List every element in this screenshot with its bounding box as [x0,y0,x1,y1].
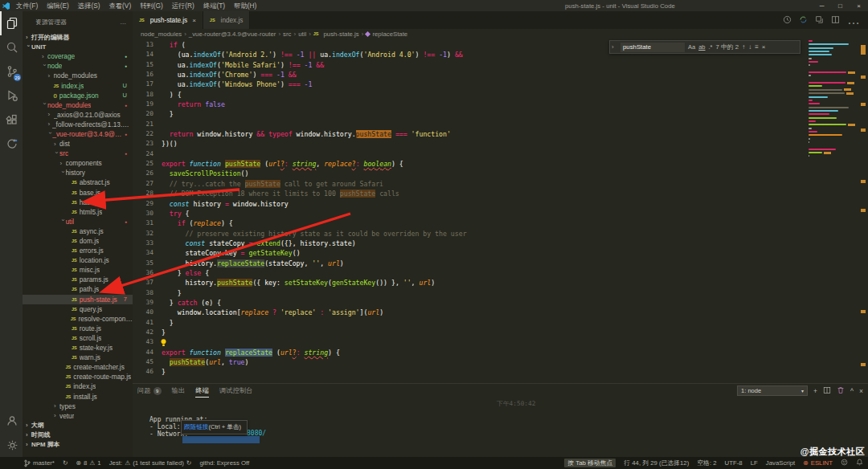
tree-item-_vue-router@3.4.9@vue-ro...[interactable]: ›_vue-router@3.4.9@vue-ro...● [23,129,133,139]
tree-item-base.js[interactable]: JSbase.js [23,188,133,198]
eol-setting[interactable]: LF [751,459,758,467]
tree-item-push-state.js[interactable]: JSpush-state.js7 [23,295,133,304]
tab-push-state.js[interactable]: JSpush-state.js× [133,11,203,29]
tree-item-types[interactable]: ›types [23,402,133,411]
tree-item-_follow-redirects@1.13.0@follow...[interactable]: ›_follow-redirects@1.13.0@follow... [23,120,133,129]
tree-item-install.js[interactable]: JSinstall.js [23,391,133,401]
tree-item-query.js[interactable]: JSquery.js [23,304,133,314]
tree-item-route.js[interactable]: JSroute.js [23,324,133,333]
code-editor[interactable]: 13 if (14 (ua.indexOf('Android 2.') !== … [133,39,868,383]
timeline-history-icon[interactable] [783,13,792,27]
tree-item-dom.js[interactable]: JSdom.js [23,236,133,246]
menu-item[interactable]: 转到(G) [140,2,163,10]
breadcrumb-item[interactable]: replaceState [372,31,407,38]
sync-changes-icon[interactable]: ↻ [63,459,68,467]
tree-item-errors.js[interactable]: JSerrors.js [23,246,133,255]
panel-tab-问题[interactable]: 问题9 [137,384,162,398]
find-next-icon[interactable]: ↓ [748,43,751,51]
notifications-bell-icon[interactable] [856,459,863,467]
tab-focus-mode[interactable]: 按 Tab 移动焦点 [564,459,616,467]
menu-item[interactable]: 运行(R) [172,2,194,10]
maximize-panel-icon[interactable]: ^ [850,387,854,395]
menu-item[interactable]: 选择(S) [78,2,100,10]
tree-item-node_modules[interactable]: ›node_modules● [23,100,133,110]
tree-item-misc.js[interactable]: JSmisc.js [23,265,133,275]
menu-item[interactable]: 编辑(E) [47,2,69,10]
panel-tab-调试控制台[interactable]: 调试控制台 [219,384,252,398]
sidebar-section-大纲[interactable]: ›大纲 [23,421,133,430]
split-editor-icon[interactable] [831,13,840,27]
find-toggle-icon[interactable]: › [612,44,617,50]
open-editors-section[interactable]: › 打开的编辑器 [23,32,133,42]
tree-item-index.js[interactable]: JSindex.js [23,381,133,391]
tree-item-create-route-map.js[interactable]: JScreate-route-map.js [23,372,133,381]
tree-item-_axios@0.21.0@axios[interactable]: ›_axios@0.21.0@axios [23,110,133,120]
search-icon[interactable] [0,35,23,59]
git-branch-indicator[interactable]: master* [24,459,55,467]
close-panel-icon[interactable]: × [859,387,863,395]
find-close-icon[interactable]: × [762,43,766,51]
source-control-icon[interactable]: 29 [0,59,23,84]
githd-status[interactable]: githd: Express Off [199,459,249,467]
menu-item[interactable]: 查看(V) [109,2,132,10]
cursor-position[interactable]: 行 44, 列 29 (已选择12) [624,459,689,467]
tree-item-params.js[interactable]: JSparams.js [23,275,133,284]
run-debug-icon[interactable] [0,84,23,108]
account-icon[interactable] [0,409,23,433]
sidebar-more-actions-icon[interactable]: … [120,18,126,26]
minimap[interactable] [809,40,855,159]
tree-item-util[interactable]: ›util● [23,217,133,226]
new-terminal-icon[interactable]: + [813,387,817,395]
encoding-setting[interactable]: UTF-8 [725,459,743,467]
breadcrumb-item[interactable]: push-state.js [324,31,359,38]
tree-item-state-key.js[interactable]: JSstate-key.js [23,343,133,353]
overview-ruler[interactable] [858,39,868,383]
breadcrumb[interactable]: node_modules›_vue-router@3.4.9@vue-route… [133,29,868,39]
tree-item-index.js[interactable]: JSindex.jsU [23,80,133,90]
tree-item-components[interactable]: ›components [23,158,133,168]
match-case-icon[interactable]: Aa [688,43,695,51]
breadcrumb-item[interactable]: node_modules [141,31,182,38]
tree-item-abstract.js[interactable]: JSabstract.js [23,177,133,187]
tree-item-path.js[interactable]: JSpath.js [23,284,133,294]
jest-status[interactable]: Jest: ⚠ (1 test suite failed) ↻ [109,459,192,467]
eslint-status[interactable]: ⊗ ESLINT [803,459,833,467]
language-mode[interactable]: JavaScript [766,459,795,467]
feedback-smiley-icon[interactable] [841,459,848,467]
find-previous-icon[interactable]: ↑ [742,43,745,51]
follow-link-label[interactable]: 跟随链接 [184,423,208,431]
find-input[interactable]: pushState [620,43,685,52]
sync-status-icon[interactable] [799,13,808,27]
tree-item-vetur[interactable]: ›vetur [23,411,133,421]
whole-word-icon[interactable]: ab [698,43,705,51]
kill-terminal-icon[interactable] [837,386,845,396]
breadcrumb-item[interactable]: _vue-router@3.4.9@vue-router [189,31,276,38]
tree-item-scroll.js[interactable]: JSscroll.js [23,333,133,343]
tree-item-dist[interactable]: ›dist [23,139,133,149]
tree-item-resolve-components.js[interactable]: JSresolve-components.js [23,314,133,324]
split-terminal-icon[interactable] [823,386,831,396]
tree-item-package.json[interactable]: {}package.jsonU [23,91,133,100]
open-changes-icon[interactable] [815,13,824,27]
settings-gear-icon[interactable] [0,433,23,457]
tree-item-history[interactable]: ›history [23,168,133,177]
find-in-selection-icon[interactable]: ≡ [755,43,759,51]
more-actions-icon[interactable]: … [847,13,860,27]
tab-index.js[interactable]: JSindex.js [203,11,251,29]
tree-item-html5.js[interactable]: JShtml5.js [23,207,133,217]
tree-item-src[interactable]: ›src● [23,149,133,158]
indentation-setting[interactable]: 空格: 2 [697,459,716,467]
tree-item-create-matcher.js[interactable]: JScreate-matcher.js [23,362,133,372]
breadcrumb-item[interactable]: util [298,31,306,38]
sidebar-section-NPM 脚本[interactable]: ›NPM 脚本 [23,440,133,450]
tree-item-hash.js[interactable]: JShash.js [23,198,133,207]
tree-item-async.js[interactable]: JSasync.js [23,226,133,236]
remote-sync-icon[interactable] [0,132,23,156]
extensions-icon[interactable] [0,108,23,132]
panel-tab-输出[interactable]: 输出 [172,384,186,398]
panel-tab-终端[interactable]: 终端 [195,384,209,398]
tree-item-node_modules[interactable]: ›node_modules [23,71,133,80]
terminal-select[interactable]: 1: node ▾ [737,385,808,396]
tree-item-warn.js[interactable]: JSwarn.js [23,353,133,362]
minimize-icon[interactable]: ─ [813,2,831,10]
